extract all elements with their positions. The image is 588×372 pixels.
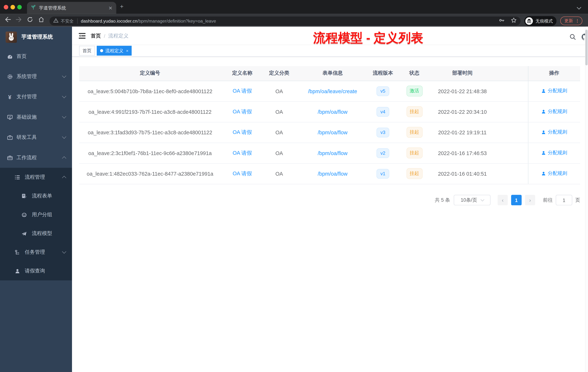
traffic-light-minimize[interactable] [10, 5, 15, 10]
chevron-down-icon [62, 134, 66, 139]
incognito-badge[interactable]: 无痕模式 [524, 16, 556, 26]
tag-label: 首页 [83, 47, 92, 54]
sidebar-item-label: 请假查询 [25, 268, 45, 274]
url-bar[interactable]: 不安全 dashboard.yudao.iocoder.cn/bpm/manag… [50, 17, 521, 26]
page-size-select[interactable]: 10条/页 [454, 195, 491, 205]
task-tree-icon [14, 249, 20, 255]
form-info-link[interactable]: /bpm/oa/flow [318, 109, 348, 115]
goto-page-input[interactable] [556, 195, 572, 205]
col-definition-name: 定义名称 [221, 66, 264, 81]
app-navbar: 首页 / 流程定义 流程模型 - 定义列表 [72, 27, 588, 45]
deploy-time: 2022-01-22 21:48:38 [433, 81, 491, 101]
tag-process-definition[interactable]: 流程定义 × [97, 46, 132, 56]
assign-rule-link[interactable]: 分配规则 [541, 108, 567, 115]
browser-update-button[interactable]: 更新 ⋮ [560, 17, 582, 25]
tags-view-bar: 首页 流程定义 × [72, 45, 588, 57]
sidebar-item-system[interactable]: 系统管理 [0, 66, 72, 87]
version-badge: v3 [377, 127, 389, 137]
status-badge: 挂起 [406, 106, 422, 117]
sidebar-item-home[interactable]: 首页 [0, 46, 72, 66]
forward-icon[interactable] [16, 17, 22, 24]
paper-plane-icon [21, 230, 27, 236]
col-form-info: 表单信息 [295, 66, 370, 81]
sidebar-item-label: 任务管理 [25, 249, 45, 255]
definition-name-link[interactable]: OA 请假 [232, 88, 252, 94]
definition-name-link[interactable]: OA 请假 [232, 170, 252, 176]
current-page-button[interactable]: 1 [511, 195, 522, 205]
sidebar-menu: 首页 系统管理 ¥ 支付管理 基础设施 [0, 46, 72, 280]
scrollbar-thumb[interactable] [586, 30, 588, 65]
assign-rule-link[interactable]: 分配规则 [541, 88, 567, 94]
yen-icon: ¥ [7, 94, 13, 100]
sidebar-item-label: 研发工具 [17, 134, 37, 141]
assign-rule-link[interactable]: 分配规则 [541, 170, 567, 177]
app-title: 芋道管理系统 [21, 34, 53, 41]
sidebar-item-leave-query[interactable]: 请假查询 [0, 262, 72, 280]
assign-rule-link[interactable]: 分配规则 [541, 129, 567, 136]
sidebar-item-label: 支付管理 [17, 94, 37, 100]
update-label: 更新 [564, 18, 573, 24]
traffic-light-zoom[interactable] [17, 5, 22, 10]
version-badge: v5 [377, 86, 389, 96]
tab-title: 芋道管理系统 [39, 5, 109, 11]
back-icon[interactable] [5, 17, 11, 24]
search-icon[interactable] [569, 33, 576, 40]
form-info-link[interactable]: /bpm/oa/leave/create [308, 88, 357, 94]
col-actions: 操作 [528, 66, 580, 81]
user-icon [14, 268, 20, 274]
breadcrumb-separator: / [104, 33, 105, 39]
definition-name-link[interactable]: OA 请假 [232, 150, 252, 156]
sidebar-item-process-form[interactable]: 流程表单 [0, 186, 72, 205]
bookmark-star-icon[interactable] [511, 17, 517, 25]
sidebar-logo-row[interactable]: 芋道管理系统 [0, 29, 72, 45]
password-key-icon[interactable] [499, 17, 505, 25]
pagination-total: 共 5 条 [435, 197, 450, 203]
assign-rule-link[interactable]: 分配规则 [541, 149, 567, 156]
sidebar-fold-icon[interactable] [79, 33, 85, 40]
definition-id: oa_leave:4:991f2193-7b7f-11ec-a3c8-acde4… [79, 101, 221, 122]
browser-menu-dots-icon[interactable]: ⋮ [575, 18, 579, 23]
definition-category: OA [264, 81, 295, 101]
sidebar-item-user-group[interactable]: 用户分组 [0, 205, 72, 224]
active-tag-dot-icon [100, 49, 103, 52]
new-tab-button[interactable]: + [120, 4, 124, 10]
home-icon[interactable] [38, 17, 44, 24]
toolbox-icon [7, 134, 13, 140]
tab-close-icon[interactable]: ✕ [108, 5, 112, 10]
assign-rule-label: 分配规则 [548, 170, 567, 177]
sidebar-item-process-management[interactable]: 流程管理 [0, 168, 72, 186]
table-row: oa_leave:5:004b710b-7b8a-11ec-8ef0-acde4… [79, 81, 580, 101]
definition-name-link[interactable]: OA 请假 [232, 129, 252, 135]
tag-close-icon[interactable]: × [126, 48, 128, 53]
sidebar-item-payment[interactable]: ¥ 支付管理 [0, 87, 72, 107]
breadcrumb-home[interactable]: 首页 [91, 33, 101, 39]
traffic-light-close[interactable] [4, 5, 8, 10]
form-info-link[interactable]: /bpm/oa/flow [318, 171, 348, 176]
form-info-link[interactable]: /bpm/oa/flow [318, 129, 348, 135]
sidebar-item-label: 系统管理 [17, 73, 37, 80]
browser-tab[interactable]: 芋道管理系统 ✕ [27, 2, 116, 14]
next-page-button[interactable]: › [525, 195, 535, 205]
scrollbar[interactable] [585, 27, 588, 372]
tag-home[interactable]: 首页 [79, 46, 95, 56]
prev-page-button[interactable]: ‹ [498, 195, 508, 205]
insecure-warning-icon [53, 18, 59, 24]
chevron-down-icon [480, 198, 484, 201]
assign-rule-label: 分配规则 [548, 88, 567, 94]
sidebar-item-infrastructure[interactable]: 基础设施 [0, 107, 72, 127]
status-badge: 挂起 [406, 127, 422, 138]
sidebar-item-workflow[interactable]: 工作流程 [0, 148, 72, 168]
sidebar-item-devtools[interactable]: 研发工具 [0, 127, 72, 147]
reload-icon[interactable] [27, 17, 33, 24]
assign-rule-label: 分配规则 [548, 149, 567, 156]
definition-id: oa_leave:2:3c1f0ef1-76b1-11ec-9c66-a2380… [79, 143, 221, 163]
deploy-time: 2022-01-22 20:34:10 [433, 101, 491, 122]
tab-search-chevron-icon[interactable] [577, 5, 581, 11]
sidebar-item-process-model[interactable]: 流程模型 [0, 224, 72, 243]
sidebar-item-task-management[interactable]: 任务管理 [0, 243, 72, 262]
chevron-down-icon [62, 74, 66, 78]
pagination: 共 5 条 10条/页 ‹ 1 › 前往 页 [79, 195, 580, 205]
security-label[interactable]: 不安全 [61, 18, 74, 24]
form-info-link[interactable]: /bpm/oa/flow [318, 150, 348, 156]
definition-name-link[interactable]: OA 请假 [232, 108, 252, 114]
